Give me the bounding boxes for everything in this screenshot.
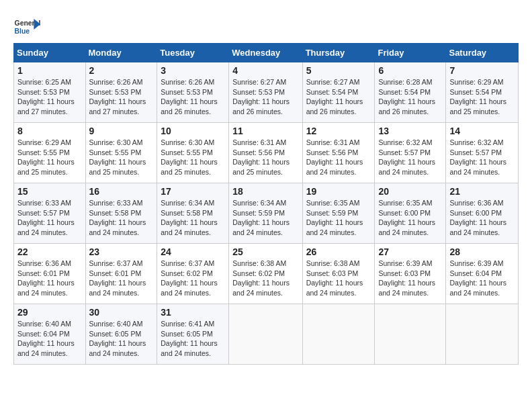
day-info: Sunrise: 6:34 AM Sunset: 5:58 PM Dayligh… [161, 199, 218, 236]
day-number: 5 [306, 65, 371, 76]
day-number: 11 [232, 126, 298, 136]
day-info: Sunrise: 6:38 AM Sunset: 6:02 PM Dayligh… [232, 259, 290, 297]
calendar-cell: 11 Sunrise: 6:31 AM Sunset: 5:56 PM Dayl… [229, 123, 302, 183]
day-number: 22 [17, 246, 82, 257]
day-number: 27 [378, 246, 442, 257]
calendar-cell: 6 Sunrise: 6:28 AM Sunset: 5:54 PM Dayli… [375, 62, 446, 123]
day-info: Sunrise: 6:40 AM Sunset: 6:05 PM Dayligh… [89, 320, 146, 357]
day-number: 30 [89, 307, 154, 318]
day-info: Sunrise: 6:39 AM Sunset: 6:03 PM Dayligh… [378, 259, 435, 297]
day-number: 14 [449, 126, 515, 136]
day-info: Sunrise: 6:40 AM Sunset: 6:04 PM Dayligh… [17, 320, 75, 357]
day-info: Sunrise: 6:37 AM Sunset: 6:01 PM Dayligh… [89, 259, 146, 297]
calendar-cell: 26 Sunrise: 6:38 AM Sunset: 6:03 PM Dayl… [302, 244, 375, 304]
weekday-header-wednesday: Wednesday [229, 44, 302, 62]
day-number: 10 [161, 126, 225, 136]
day-info: Sunrise: 6:31 AM Sunset: 5:56 PM Dayligh… [306, 138, 363, 176]
day-info: Sunrise: 6:26 AM Sunset: 5:53 PM Dayligh… [161, 78, 218, 116]
day-number: 9 [89, 126, 154, 136]
calendar-cell [446, 304, 519, 365]
calendar-cell: 31 Sunrise: 6:41 AM Sunset: 6:05 PM Dayl… [157, 304, 229, 365]
calendar-table: SundayMondayTuesdayWednesdayThursdayFrid… [13, 43, 519, 365]
day-number: 28 [449, 246, 515, 257]
calendar-cell [229, 304, 302, 365]
calendar-cell: 25 Sunrise: 6:38 AM Sunset: 6:02 PM Dayl… [229, 244, 302, 304]
day-number: 16 [89, 186, 154, 197]
day-number: 6 [378, 65, 442, 76]
calendar-cell: 16 Sunrise: 6:33 AM Sunset: 5:58 PM Dayl… [85, 183, 157, 244]
day-number: 17 [161, 186, 225, 197]
day-number: 19 [306, 186, 371, 197]
day-number: 7 [449, 65, 515, 76]
calendar-cell: 22 Sunrise: 6:36 AM Sunset: 6:01 PM Dayl… [14, 244, 86, 304]
day-info: Sunrise: 6:33 AM Sunset: 5:57 PM Dayligh… [17, 199, 75, 236]
day-info: Sunrise: 6:36 AM Sunset: 6:00 PM Dayligh… [449, 199, 506, 236]
day-number: 26 [306, 246, 371, 257]
calendar-cell: 8 Sunrise: 6:29 AM Sunset: 5:55 PM Dayli… [14, 123, 86, 183]
weekday-header-friday: Friday [375, 44, 446, 62]
day-number: 29 [17, 307, 82, 318]
day-info: Sunrise: 6:31 AM Sunset: 5:56 PM Dayligh… [232, 138, 290, 176]
calendar-cell: 15 Sunrise: 6:33 AM Sunset: 5:57 PM Dayl… [14, 183, 86, 244]
day-info: Sunrise: 6:37 AM Sunset: 6:02 PM Dayligh… [161, 259, 218, 297]
day-number: 8 [17, 126, 82, 136]
svg-text:Blue: Blue [15, 28, 30, 35]
calendar-cell: 4 Sunrise: 6:27 AM Sunset: 5:53 PM Dayli… [229, 62, 302, 123]
calendar-cell: 7 Sunrise: 6:29 AM Sunset: 5:54 PM Dayli… [446, 62, 519, 123]
calendar-cell: 20 Sunrise: 6:35 AM Sunset: 6:00 PM Dayl… [375, 183, 446, 244]
calendar-cell: 10 Sunrise: 6:30 AM Sunset: 5:55 PM Dayl… [157, 123, 229, 183]
day-info: Sunrise: 6:28 AM Sunset: 5:54 PM Dayligh… [378, 78, 435, 116]
calendar-cell: 18 Sunrise: 6:34 AM Sunset: 5:59 PM Dayl… [229, 183, 302, 244]
day-info: Sunrise: 6:34 AM Sunset: 5:59 PM Dayligh… [232, 199, 290, 236]
calendar-cell: 14 Sunrise: 6:32 AM Sunset: 5:57 PM Dayl… [446, 123, 519, 183]
day-info: Sunrise: 6:38 AM Sunset: 6:03 PM Dayligh… [306, 259, 363, 297]
calendar-cell: 30 Sunrise: 6:40 AM Sunset: 6:05 PM Dayl… [85, 304, 157, 365]
calendar-cell: 28 Sunrise: 6:39 AM Sunset: 6:04 PM Dayl… [446, 244, 519, 304]
logo: General Blue [13, 13, 43, 40]
calendar-cell: 5 Sunrise: 6:27 AM Sunset: 5:54 PM Dayli… [302, 62, 375, 123]
weekday-header-sunday: Sunday [14, 44, 86, 62]
day-number: 23 [89, 246, 154, 257]
calendar-cell: 13 Sunrise: 6:32 AM Sunset: 5:57 PM Dayl… [375, 123, 446, 183]
calendar-cell: 9 Sunrise: 6:30 AM Sunset: 5:55 PM Dayli… [85, 123, 157, 183]
calendar-cell: 3 Sunrise: 6:26 AM Sunset: 5:53 PM Dayli… [157, 62, 229, 123]
day-info: Sunrise: 6:35 AM Sunset: 5:59 PM Dayligh… [306, 199, 363, 236]
calendar-cell: 21 Sunrise: 6:36 AM Sunset: 6:00 PM Dayl… [446, 183, 519, 244]
weekday-header-monday: Monday [85, 44, 157, 62]
day-info: Sunrise: 6:27 AM Sunset: 5:53 PM Dayligh… [232, 78, 290, 116]
day-info: Sunrise: 6:30 AM Sunset: 5:55 PM Dayligh… [161, 138, 218, 176]
weekday-header-thursday: Thursday [302, 44, 375, 62]
day-number: 3 [161, 65, 225, 76]
day-number: 25 [232, 246, 298, 257]
calendar-cell: 29 Sunrise: 6:40 AM Sunset: 6:04 PM Dayl… [14, 304, 86, 365]
calendar-cell [375, 304, 446, 365]
day-info: Sunrise: 6:32 AM Sunset: 5:57 PM Dayligh… [449, 138, 506, 176]
day-info: Sunrise: 6:35 AM Sunset: 6:00 PM Dayligh… [378, 199, 435, 236]
day-info: Sunrise: 6:29 AM Sunset: 5:55 PM Dayligh… [17, 138, 75, 176]
day-number: 1 [17, 65, 82, 76]
calendar-cell [302, 304, 375, 365]
weekday-header-saturday: Saturday [446, 44, 519, 62]
day-number: 13 [378, 126, 442, 136]
day-number: 21 [449, 186, 515, 197]
calendar-cell: 19 Sunrise: 6:35 AM Sunset: 5:59 PM Dayl… [302, 183, 375, 244]
calendar-cell: 1 Sunrise: 6:25 AM Sunset: 5:53 PM Dayli… [14, 62, 86, 123]
day-info: Sunrise: 6:41 AM Sunset: 6:05 PM Dayligh… [161, 320, 218, 357]
day-number: 12 [306, 126, 371, 136]
calendar-cell: 2 Sunrise: 6:26 AM Sunset: 5:53 PM Dayli… [85, 62, 157, 123]
day-info: Sunrise: 6:25 AM Sunset: 5:53 PM Dayligh… [17, 78, 75, 116]
day-info: Sunrise: 6:29 AM Sunset: 5:54 PM Dayligh… [449, 78, 506, 116]
day-number: 18 [232, 186, 298, 197]
calendar-cell: 23 Sunrise: 6:37 AM Sunset: 6:01 PM Dayl… [85, 244, 157, 304]
calendar-cell: 12 Sunrise: 6:31 AM Sunset: 5:56 PM Dayl… [302, 123, 375, 183]
day-number: 2 [89, 65, 154, 76]
day-info: Sunrise: 6:39 AM Sunset: 6:04 PM Dayligh… [449, 259, 506, 297]
day-info: Sunrise: 6:36 AM Sunset: 6:01 PM Dayligh… [17, 259, 75, 297]
day-info: Sunrise: 6:26 AM Sunset: 5:53 PM Dayligh… [89, 78, 146, 116]
day-number: 4 [232, 65, 298, 76]
calendar-cell: 17 Sunrise: 6:34 AM Sunset: 5:58 PM Dayl… [157, 183, 229, 244]
day-info: Sunrise: 6:27 AM Sunset: 5:54 PM Dayligh… [306, 78, 363, 116]
day-number: 24 [161, 246, 225, 257]
day-number: 31 [161, 307, 225, 318]
day-number: 15 [17, 186, 82, 197]
